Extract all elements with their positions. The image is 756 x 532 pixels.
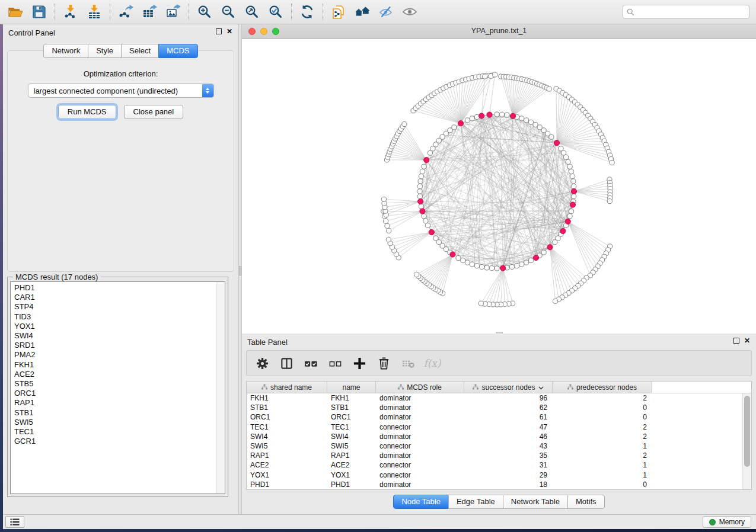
mcds-result-item[interactable]: SRD1 xyxy=(11,341,216,350)
cell-MCDS-role[interactable]: dominator xyxy=(376,480,464,489)
search-box[interactable] xyxy=(623,5,749,19)
table-scrollbar-thumb[interactable] xyxy=(744,396,750,467)
table-scrollbar[interactable] xyxy=(742,393,751,489)
cell-successor-nodes[interactable]: 18 xyxy=(464,480,553,489)
mcds-result-item[interactable]: YOX1 xyxy=(11,322,216,331)
network-view[interactable] xyxy=(242,39,756,334)
cell-predecessor-nodes[interactable]: 2 xyxy=(553,423,652,431)
export-table-button[interactable] xyxy=(138,2,161,21)
table-row[interactable]: ORC1ORC1dominator610 xyxy=(247,412,743,422)
cell-name[interactable]: TEC1 xyxy=(327,423,376,431)
cell-shared-name[interactable]: FKH1 xyxy=(247,394,327,402)
close-panel-icon[interactable]: ✕ xyxy=(227,28,232,34)
export-network-button[interactable] xyxy=(114,2,138,21)
float-panel-icon[interactable] xyxy=(216,28,222,34)
first-neighbors-button[interactable] xyxy=(350,2,374,21)
table-row[interactable]: PHD1PHD1dominator180 xyxy=(247,480,743,489)
column-header-name[interactable]: name xyxy=(327,382,376,393)
refresh-layout-button[interactable] xyxy=(295,2,319,21)
mcds-result-item[interactable]: ACE2 xyxy=(11,370,216,379)
cell-shared-name[interactable]: PHD1 xyxy=(247,480,327,489)
delete-row-button[interactable] xyxy=(375,355,392,371)
cell-successor-nodes[interactable]: 62 xyxy=(464,403,553,412)
cell-MCDS-role[interactable]: dominator xyxy=(376,451,464,460)
cell-shared-name[interactable]: SWI5 xyxy=(247,442,327,450)
cell-successor-nodes[interactable]: 61 xyxy=(464,413,553,421)
column-header-shared-name[interactable]: shared name xyxy=(247,382,327,393)
cell-predecessor-nodes[interactable]: 0 xyxy=(553,413,652,421)
mcds-result-item[interactable]: TEC1 xyxy=(11,427,216,437)
cell-name[interactable]: SWI5 xyxy=(327,442,376,450)
network-graph[interactable] xyxy=(242,39,756,334)
splitter-grip[interactable] xyxy=(239,266,241,275)
save-session-button[interactable] xyxy=(27,2,51,21)
cell-predecessor-nodes[interactable]: 2 xyxy=(553,394,652,402)
cell-predecessor-nodes[interactable]: 1 xyxy=(553,471,652,479)
mcds-result-item[interactable]: STP4 xyxy=(11,302,216,312)
cell-shared-name[interactable]: ORC1 xyxy=(247,413,327,421)
mcds-result-item[interactable]: SWI4 xyxy=(11,331,216,341)
table-row[interactable]: YOX1YOX1connector291 xyxy=(247,470,743,480)
mcds-result-item[interactable]: PMA2 xyxy=(11,350,216,360)
cell-name[interactable]: FKH1 xyxy=(327,394,376,402)
unselect-all-button[interactable] xyxy=(327,355,343,371)
cell-name[interactable]: RAP1 xyxy=(327,451,376,460)
cell-name[interactable]: STB1 xyxy=(327,403,376,412)
mcds-result-item[interactable]: GCR1 xyxy=(11,437,216,446)
table-row[interactable]: ACE2ACE2connector311 xyxy=(247,460,743,470)
cell-MCDS-role[interactable]: dominator xyxy=(376,403,464,412)
cell-successor-nodes[interactable]: 46 xyxy=(464,432,553,441)
mcds-list-scrollbar[interactable] xyxy=(216,282,225,493)
tab-edge-table[interactable]: Edge Table xyxy=(448,495,503,509)
cell-name[interactable]: YOX1 xyxy=(327,471,376,479)
zoom-selected-button[interactable] xyxy=(264,2,288,21)
import-network-button[interactable] xyxy=(59,2,82,21)
column-header-MCDS-role[interactable]: MCDS role xyxy=(376,382,464,393)
import-table-button[interactable] xyxy=(82,2,106,21)
mcds-result-item[interactable]: STB1 xyxy=(11,408,216,418)
table-row[interactable]: TEC1TEC1connector472 xyxy=(247,422,743,432)
tab-mcds[interactable]: MCDS xyxy=(158,44,197,58)
select-all-button[interactable] xyxy=(302,355,319,371)
cell-successor-nodes[interactable]: 35 xyxy=(464,451,553,460)
mcds-result-item[interactable]: ORC1 xyxy=(11,389,216,398)
memory-button[interactable]: Memory xyxy=(703,516,751,528)
add-row-button[interactable] xyxy=(351,355,368,371)
mcds-result-item[interactable]: CAR1 xyxy=(11,293,216,302)
zoom-out-button[interactable] xyxy=(216,2,240,21)
cell-shared-name[interactable]: ACE2 xyxy=(247,461,327,469)
column-header-predecessor-nodes[interactable]: predecessor nodes xyxy=(553,382,652,393)
table-row[interactable]: RAP1RAP1dominator352 xyxy=(247,451,743,460)
cell-successor-nodes[interactable]: 31 xyxy=(464,461,553,469)
cell-predecessor-nodes[interactable]: 2 xyxy=(553,451,652,460)
open-file-button[interactable] xyxy=(4,2,27,21)
float-table-panel-icon[interactable] xyxy=(733,338,739,344)
column-header-successor-nodes[interactable]: successor nodes xyxy=(464,382,553,393)
zoom-in-button[interactable] xyxy=(193,2,216,21)
cell-MCDS-role[interactable]: connector xyxy=(376,471,464,479)
mcds-result-item[interactable]: TID3 xyxy=(11,312,216,322)
show-all-button[interactable] xyxy=(398,2,422,21)
cell-predecessor-nodes[interactable]: 0 xyxy=(553,480,652,489)
tab-motifs[interactable]: Motifs xyxy=(567,495,605,509)
mcds-result-item[interactable]: SWI5 xyxy=(11,418,216,427)
settings-gear-button[interactable] xyxy=(254,355,270,371)
cell-predecessor-nodes[interactable]: 0 xyxy=(553,403,652,412)
criterion-dropdown[interactable]: largest connected component (undirected) xyxy=(28,84,214,98)
cell-predecessor-nodes[interactable]: 2 xyxy=(553,432,652,441)
cell-MCDS-role[interactable]: dominator xyxy=(376,394,464,402)
table-row[interactable]: STB1STB1dominator620 xyxy=(247,403,743,412)
export-image-button[interactable] xyxy=(161,2,185,21)
cell-successor-nodes[interactable]: 47 xyxy=(464,423,553,431)
cell-MCDS-role[interactable]: connector xyxy=(376,442,464,450)
duplicate-network-button[interactable] xyxy=(327,2,350,21)
cell-shared-name[interactable]: SWI4 xyxy=(247,432,327,441)
cell-MCDS-role[interactable]: connector xyxy=(376,423,464,431)
cell-shared-name[interactable]: YOX1 xyxy=(247,471,327,479)
cell-shared-name[interactable]: TEC1 xyxy=(247,423,327,431)
cell-name[interactable]: ACE2 xyxy=(327,461,376,469)
cell-successor-nodes[interactable]: 29 xyxy=(464,471,553,479)
tab-style[interactable]: Style xyxy=(88,44,122,58)
cell-MCDS-role[interactable]: connector xyxy=(376,461,464,469)
zoom-fit-button[interactable] xyxy=(240,2,264,21)
